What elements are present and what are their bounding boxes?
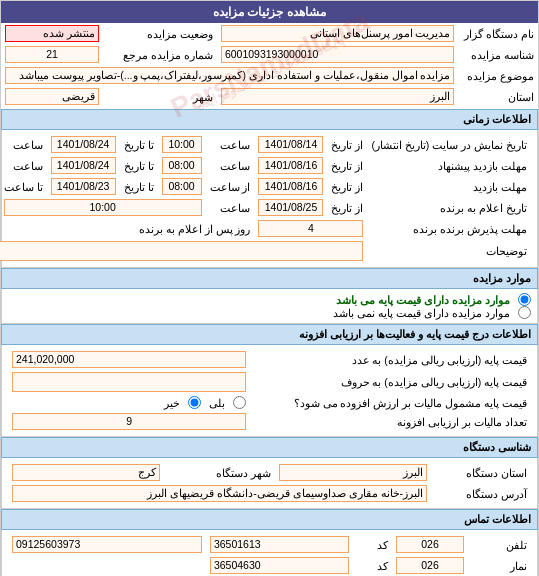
time-label-1: ساعت bbox=[206, 134, 255, 155]
items-has-base-price-radio[interactable] bbox=[518, 293, 531, 306]
winner-days-value: 4 bbox=[258, 220, 363, 237]
city-label: شهر bbox=[103, 86, 217, 107]
phone-code1: 026 bbox=[396, 536, 465, 553]
fax-code: 026 bbox=[396, 557, 465, 574]
delivery-time-to-label: تا ساعت bbox=[0, 176, 47, 197]
auction-info-table: نام دستگاه گزار مدیریت امور پرسنل‌های اس… bbox=[1, 23, 538, 107]
auction-id-label: شناسه مزایده bbox=[458, 44, 538, 65]
device-province-value: البرز bbox=[279, 464, 427, 481]
eval-yes-label: بلی bbox=[209, 397, 225, 409]
notes-value bbox=[0, 241, 363, 261]
auction-number-row: شناسه مزایده 6001093193000010 شماره مزای… bbox=[1, 44, 538, 65]
viewing-time-to-label: ساعت bbox=[0, 155, 47, 176]
to-label-1: تا تاریخ bbox=[120, 134, 158, 155]
pricing-section-body: قیمت پایه (ارزیابی ریالی مزایده) به عدد … bbox=[1, 345, 538, 437]
items-no-price-row: موارد مزایده دارای قیمت پایه نمی باشد bbox=[8, 306, 531, 319]
device-section-header: شناسی دستگاه bbox=[1, 437, 538, 458]
device-address-value: البرز-خانه مقاری صداوسیمای قریضی-دانشگاه… bbox=[12, 485, 427, 502]
eval-count-row: تعداد مالیات بر ارزیابی افزونه 9 bbox=[8, 411, 531, 432]
temporal-table: تاریخ نمایش در سایت (تاریخ انتشار) از تا… bbox=[0, 134, 531, 263]
delivery-label: مهلت بازدید bbox=[367, 176, 531, 197]
winner-days-label: روز پس از اعلام به برنده bbox=[0, 218, 254, 239]
province-value: البرز bbox=[221, 88, 455, 105]
winner-label: مهلت پذیرش برنده برنده bbox=[367, 218, 531, 239]
device-table: استان دستگاه البرز شهر دستگاه کرج آدرس د… bbox=[8, 462, 531, 504]
eval-yes-radio[interactable] bbox=[233, 396, 246, 409]
ad-date-label: تاریخ نمایش در سایت (تاریخ انتشار) bbox=[367, 134, 531, 155]
winner-row: مهلت پذیرش برنده برنده 4 روز پس از اعلام… bbox=[0, 218, 531, 239]
device-address-label: آدرس دستگاه bbox=[431, 483, 531, 504]
fax-row: نمار 026 کد 36504630 bbox=[8, 555, 531, 576]
auction-number-value: 21 bbox=[5, 46, 99, 63]
opening-row: تاریخ اعلام به برنده از تاریخ 1401/08/25… bbox=[0, 197, 531, 218]
viewing-to-date: 1401/08/24 bbox=[51, 157, 116, 174]
province-city-row: استان البرز شهر قریضی bbox=[1, 86, 538, 107]
delivery-to-label: تا تاریخ bbox=[120, 176, 158, 197]
fax-label: نمار bbox=[468, 555, 531, 576]
viewing-from-label: از تاریخ bbox=[327, 155, 367, 176]
ad-from-time: 10:00 bbox=[162, 136, 202, 153]
device-address-row: آدرس دستگاه البرز-خانه مقاری صداوسیمای ق… bbox=[8, 483, 531, 504]
items-no-base-price-radio[interactable] bbox=[518, 306, 531, 319]
pricing-section-header: اطلاعات درج قیمت پایه و فعالیت‌ها بر ارز… bbox=[1, 324, 538, 345]
code-label-1: کد bbox=[353, 534, 391, 555]
opening-from-label: از تاریخ bbox=[327, 197, 367, 218]
subject-label: موضوع مزایده bbox=[458, 65, 538, 86]
status-label: وضعیت مزایده bbox=[103, 23, 217, 44]
pricing-table: قیمت پایه (ارزیابی ریالی مزایده) به عدد … bbox=[8, 349, 531, 432]
temporal-section-body: تاریخ نمایش در سایت (تاریخ انتشار) از تا… bbox=[1, 130, 538, 268]
delivery-time-from-label: از ساعت bbox=[206, 176, 255, 197]
contact-section-title: اطلاعات تماس bbox=[464, 513, 531, 525]
delivery-row: مهلت بازدید از تاریخ 1401/08/16 از ساعت … bbox=[0, 176, 531, 197]
organizer-label: نام دستگاه گزار bbox=[458, 23, 538, 44]
page-header: مشاهده جزئیات مزایده bbox=[1, 1, 538, 23]
phone-mobile: 09125603973 bbox=[12, 536, 202, 553]
viewing-row: مهلت بازدید پیشنهاد از تاریخ 1401/08/16 … bbox=[0, 155, 531, 176]
viewing-from-date: 1401/08/16 bbox=[258, 157, 323, 174]
evaluation-radio-row: بلی خیر bbox=[12, 396, 246, 409]
temporal-section-title: اطلاعات زمانی bbox=[463, 113, 531, 125]
base-price-words-label: قیمت پایه (ارزیابی ریالی مزایده) به حروف bbox=[250, 370, 531, 394]
opening-label: تاریخ اعلام به برنده bbox=[367, 197, 531, 218]
notes-row: توضیحات bbox=[0, 239, 531, 263]
from-label-1: از تاریخ bbox=[327, 134, 367, 155]
option1-label: موارد مزایده دارای قیمت پایه می باشد bbox=[336, 294, 510, 306]
device-city-label: شهر دستگاه bbox=[164, 462, 275, 483]
status-value: منتشر شده bbox=[5, 25, 99, 42]
items-section-title: موارد مزایده bbox=[473, 272, 531, 284]
ad-date-row: تاریخ نمایش در سایت (تاریخ انتشار) از تا… bbox=[0, 134, 531, 155]
evaluation-label: قیمت پایه مشمول مالیات بر ارزش افزوده می… bbox=[250, 394, 531, 411]
viewing-to-label: تا تاریخ bbox=[120, 155, 158, 176]
items-section-body: موارد مزایده دارای قیمت پایه می باشد موا… bbox=[1, 289, 538, 324]
organizer-row: نام دستگاه گزار مدیریت امور پرسنل‌های اس… bbox=[1, 23, 538, 44]
base-price-value: 241,020,000 bbox=[12, 351, 246, 368]
temporal-section-header: اطلاعات زمانی bbox=[1, 109, 538, 130]
time-to-label-1: ساعت bbox=[0, 134, 47, 155]
opening-from-date: 1401/08/25 bbox=[258, 199, 323, 216]
province-label: استان bbox=[458, 86, 538, 107]
auction-id-value: 6001093193000010 bbox=[221, 46, 455, 63]
base-price-words-value bbox=[12, 372, 246, 392]
ad-from-date: 1401/08/14 bbox=[258, 136, 323, 153]
phone-row: تلفن 026 کد 36501613 09125603973 bbox=[8, 534, 531, 555]
device-section-title: شناسی دستگاه bbox=[463, 441, 531, 453]
subject-row: موضوع مزایده مزایده اموال منقول،عملیات و… bbox=[1, 65, 538, 86]
contact-section-header: اطلاعات تماس bbox=[1, 509, 538, 530]
base-price-words-row: قیمت پایه (ارزیابی ریالی مزایده) به حروف bbox=[8, 370, 531, 394]
ad-to-date: 1401/08/24 bbox=[51, 136, 116, 153]
viewing-time-from-label: ساعت bbox=[206, 155, 255, 176]
eval-count-label: تعداد مالیات بر ارزیابی افزونه bbox=[250, 411, 531, 432]
viewing-from-time: 08:00 bbox=[162, 157, 202, 174]
evaluation-row: قیمت پایه مشمول مالیات بر ارزش افزوده می… bbox=[8, 394, 531, 411]
phone-label: تلفن bbox=[468, 534, 531, 555]
page-wrapper: مشاهده جزئیات مزایده ParsNamadData پایگا… bbox=[0, 0, 539, 576]
fax-number: 36504630 bbox=[210, 557, 349, 574]
delivery-from-time: 08:00 bbox=[162, 178, 202, 195]
option2-label: موارد مزایده دارای قیمت پایه نمی باشد bbox=[333, 307, 510, 319]
delivery-to-date: 1401/08/23 bbox=[51, 178, 116, 195]
opening-from-time: 10:00 bbox=[4, 199, 202, 216]
page-title: مشاهده جزئیات مزایده bbox=[213, 5, 326, 19]
viewing-label: مهلت بازدید پیشنهاد bbox=[367, 155, 531, 176]
eval-no-radio[interactable] bbox=[188, 396, 201, 409]
contact-table: تلفن 026 کد 36501613 09125603973 نمار 02… bbox=[8, 534, 531, 576]
